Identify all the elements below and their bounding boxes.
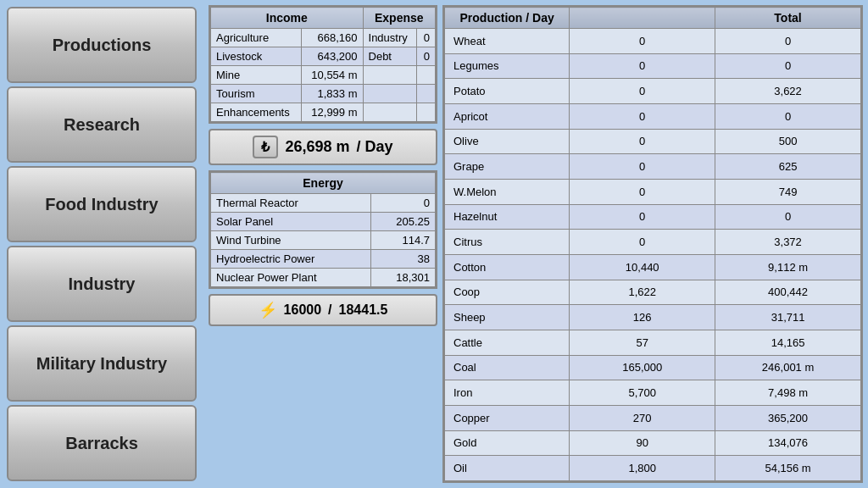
- prod-row: Grape 0 625: [445, 154, 861, 180]
- prod-total: 31,711: [715, 305, 861, 330]
- ie-row: Tourism 1,833 m: [211, 85, 436, 103]
- prod-row: Iron 5,700 7,498 m: [445, 380, 861, 406]
- ie-row: Livestock 643,200 Debt 0: [211, 47, 436, 66]
- energy-current: 16000: [284, 302, 322, 318]
- prod-per-day: 5,700: [570, 380, 715, 406]
- prod-total: 134,076: [715, 430, 861, 456]
- prod-row: Copper 270 365,200: [445, 405, 861, 430]
- prod-total: 3,622: [715, 79, 861, 104]
- prod-name: Wheat: [445, 29, 570, 54]
- prod-total: 625: [715, 154, 861, 180]
- income-value: 668,160: [302, 29, 363, 47]
- prod-row: Cattle 57 14,165: [445, 330, 861, 355]
- prod-name: Potato: [445, 79, 570, 104]
- income-label: Agriculture: [211, 29, 302, 47]
- prod-per-day: 165,000: [570, 355, 715, 380]
- expense-value: 0: [417, 47, 436, 66]
- prod-name: Oil: [445, 456, 570, 481]
- energy-panel: Energy Thermal Reactor 0 Solar Panel 205…: [209, 170, 437, 289]
- prod-per-day: 57: [570, 330, 715, 355]
- expense-label: [363, 85, 417, 103]
- prod-name: Legumes: [445, 53, 570, 79]
- prod-row: Citrus 0 3,372: [445, 230, 861, 255]
- prod-total: 9,112 m: [715, 254, 861, 280]
- total-suffix: / Day: [357, 138, 393, 156]
- prod-per-day: 0: [570, 79, 715, 104]
- total-per-day: ₺ 26,698 m / Day: [209, 129, 437, 165]
- left-panel: Income Expense Agriculture 668,160 Indus…: [209, 5, 437, 483]
- prod-per-day: 90: [570, 430, 715, 456]
- prod-per-day: 0: [570, 129, 715, 154]
- prod-row: Olive 0 500: [445, 129, 861, 154]
- expense-value: 0: [417, 29, 436, 47]
- sidebar-btn-barracks[interactable]: Barracks: [7, 405, 197, 481]
- prod-total: 3,372: [715, 230, 861, 255]
- income-value: 10,554 m: [302, 66, 363, 85]
- energy-label: Nuclear Power Plant: [211, 269, 371, 287]
- income-expense-panel: Income Expense Agriculture 668,160 Indus…: [209, 5, 437, 124]
- main-content: Income Expense Agriculture 668,160 Indus…: [203, 0, 868, 488]
- prod-total: 14,165: [715, 330, 861, 355]
- expense-header: Expense: [363, 8, 435, 29]
- prod-row: Potato 0 3,622: [445, 79, 861, 104]
- currency-icon: ₺: [253, 136, 278, 158]
- energy-value: 38: [371, 250, 436, 269]
- prod-total: 246,001 m: [715, 355, 861, 380]
- energy-value: 205.25: [371, 213, 436, 231]
- income-value: 1,833 m: [302, 85, 363, 103]
- expense-label: Industry: [363, 29, 417, 47]
- prod-per-day: 0: [570, 103, 715, 129]
- expense-label: [363, 103, 417, 122]
- prod-name: Grape: [445, 154, 570, 180]
- sidebar-btn-productions[interactable]: Productions: [7, 7, 197, 83]
- prod-row: Apricot 0 0: [445, 103, 861, 129]
- energy-header: Energy: [211, 173, 436, 194]
- income-label: Mine: [211, 66, 302, 85]
- income-label: Livestock: [211, 47, 302, 66]
- sidebar: Productions Research Food Industry Indus…: [0, 0, 203, 488]
- prod-per-day: 1,800: [570, 456, 715, 481]
- prod-per-day: 0: [570, 204, 715, 230]
- energy-row: Nuclear Power Plant 18,301: [211, 269, 436, 287]
- sidebar-btn-food-industry[interactable]: Food Industry: [7, 166, 197, 242]
- prod-total: 0: [715, 204, 861, 230]
- prod-total: 365,200: [715, 405, 861, 430]
- energy-separator: /: [328, 302, 331, 318]
- expense-value: [417, 103, 436, 122]
- top-row: Income Expense Agriculture 668,160 Indus…: [209, 5, 863, 483]
- prod-total: 749: [715, 179, 861, 204]
- energy-row: Hydroelectric Power 38: [211, 250, 436, 269]
- income-label: Enhancements: [211, 103, 302, 122]
- expense-label: Debt: [363, 47, 417, 66]
- prod-total: 0: [715, 53, 861, 79]
- prod-per-day: 0: [570, 154, 715, 180]
- prod-total: 0: [715, 103, 861, 129]
- prod-row: W.Melon 0 749: [445, 179, 861, 204]
- sidebar-btn-industry[interactable]: Industry: [7, 246, 197, 322]
- prod-row: Gold 90 134,076: [445, 430, 861, 456]
- prod-total: 54,156 m: [715, 456, 861, 481]
- prod-row: Cotton 10,440 9,112 m: [445, 254, 861, 280]
- income-value: 12,999 m: [302, 103, 363, 122]
- ie-row: Mine 10,554 m: [211, 66, 436, 85]
- prod-name: Copper: [445, 405, 570, 430]
- energy-label: Wind Turbine: [211, 231, 371, 250]
- sidebar-btn-research[interactable]: Research: [7, 86, 197, 163]
- prod-name: Sheep: [445, 305, 570, 330]
- prod-name: Coop: [445, 280, 570, 305]
- prod-row: Coal 165,000 246,001 m: [445, 355, 861, 380]
- energy-row: Wind Turbine 114.7: [211, 231, 436, 250]
- prod-total: 0: [715, 29, 861, 54]
- energy-value: 114.7: [371, 231, 436, 250]
- prod-name: Cattle: [445, 330, 570, 355]
- prod-row: Sheep 126 31,711: [445, 305, 861, 330]
- energy-row: Thermal Reactor 0: [211, 194, 436, 213]
- prod-name: Iron: [445, 380, 570, 406]
- prod-per-day: 10,440: [570, 254, 715, 280]
- expense-label: [363, 66, 417, 85]
- sidebar-btn-military-industry[interactable]: Military Industry: [7, 325, 197, 402]
- ie-row: Agriculture 668,160 Industry 0: [211, 29, 436, 47]
- expense-value: [417, 66, 436, 85]
- prod-name: Citrus: [445, 230, 570, 255]
- energy-max: 18441.5: [339, 302, 388, 318]
